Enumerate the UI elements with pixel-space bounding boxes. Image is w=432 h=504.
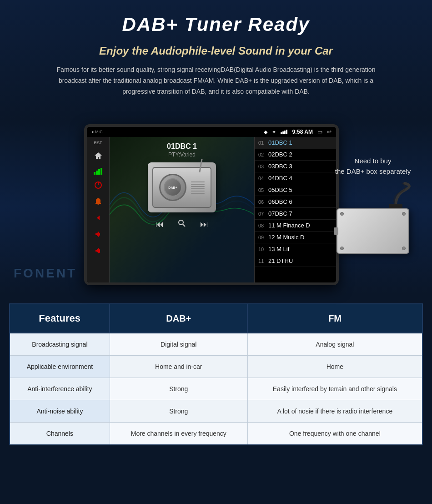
fm-cell: A lot of nosie if there is radio interfe…	[247, 400, 422, 423]
channel-name: 12 M Music D	[268, 234, 332, 241]
channel-item[interactable]: 0202DBC 2	[255, 149, 336, 161]
screw-br	[402, 247, 406, 250]
radio-speaker-inner: DAB+	[164, 178, 182, 197]
fm-cell: One frequency with one channel	[247, 423, 422, 445]
channel-number: 05	[258, 187, 268, 193]
channel-name: 01DBC 1	[268, 139, 332, 146]
mic-label: ● MIC	[91, 130, 102, 134]
tablet-frame: ● MIC ◆ ✦ 9:58 AM ▭ ↩	[84, 124, 339, 285]
channel-number: 02	[258, 152, 268, 157]
status-bar: ● MIC ◆ ✦ 9:58 AM ▭ ↩	[87, 127, 336, 137]
dab-cell: Strong	[110, 378, 247, 400]
signal-level	[94, 168, 102, 175]
status-left: ● MIC	[91, 130, 102, 134]
fm-cell: Easily interfered by terrain and other s…	[247, 378, 422, 400]
pty-label: PTY:Varied	[115, 151, 249, 158]
volume-down-icon[interactable]	[92, 228, 104, 240]
tablet-wrapper: ● MIC ◆ ✦ 9:58 AM ▭ ↩	[84, 124, 348, 285]
feature-cell: Applicable environment	[10, 356, 110, 378]
screw-tr	[402, 212, 406, 216]
device-section: ● MIC ◆ ✦ 9:58 AM ▭ ↩	[0, 120, 432, 294]
dab-box-label: Need to buy the DAB+ box separately	[332, 156, 414, 176]
time-display: 9:58 AM	[292, 129, 313, 135]
signal-bar-1	[281, 132, 282, 134]
channel-item[interactable]: 0606DBC 6	[255, 196, 336, 208]
channel-item[interactable]: 0811 M Finance D	[255, 220, 336, 232]
channel-item[interactable]: 0101DBC 1	[255, 137, 336, 149]
description: Famous for its better sound quality, str…	[52, 65, 380, 97]
feature-cell: Channels	[10, 423, 110, 445]
radio-speaker: DAB+	[159, 174, 186, 201]
sig-bar-4	[100, 168, 102, 175]
channel-name: 13 M Lif	[268, 246, 332, 252]
feature-cell: Broadcasting signal	[10, 333, 110, 356]
comparison-table: Features DAB+ FM Broadcasting signalDigi…	[9, 303, 423, 445]
channel-name: 04DBC 4	[268, 175, 332, 181]
tablet-screen: ● MIC ◆ ✦ 9:58 AM ▭ ↩	[87, 127, 336, 282]
channel-name: 11 M Finance D	[268, 222, 332, 229]
channel-item[interactable]: 0303DBC 3	[255, 161, 336, 172]
channel-item[interactable]: 0404DBC 4	[255, 172, 336, 184]
battery-icon: ▭	[317, 129, 322, 135]
screw-bl	[340, 247, 344, 250]
channel-list: 0101DBC 10202DBC 20303DBC 30404DBC 40505…	[254, 137, 336, 282]
channel-name: 07DBC 7	[268, 210, 332, 217]
table-row: Applicable environmentHome and in-carHom…	[10, 356, 422, 378]
back-arrow-icon[interactable]	[92, 212, 104, 224]
table-header: Features DAB+ FM	[10, 304, 422, 333]
dab-main: 01DBC 1 PTY:Varied	[110, 137, 254, 282]
fm-cell: Home	[247, 356, 422, 378]
home-icon[interactable]	[92, 150, 104, 161]
channel-item[interactable]: 0912 M Music D	[255, 232, 336, 243]
table-section: Features DAB+ FM Broadcasting signalDigi…	[0, 294, 432, 445]
channel-item[interactable]: 1121 DTHU	[255, 255, 336, 267]
table-body: Broadcasting signalDigital signalAnalog …	[10, 333, 422, 445]
search-button[interactable]	[177, 219, 186, 230]
controls-bar: ⏮ ⏭	[156, 219, 208, 230]
sig-bar-1	[94, 172, 95, 175]
header-section: DAB+ Tuner Ready Enjoy the Audiophile-le…	[0, 0, 432, 120]
channel-number: 07	[258, 211, 268, 217]
dab-cable-svg	[332, 181, 414, 208]
col-features: Features	[10, 304, 110, 333]
svg-rect-4	[389, 204, 402, 208]
table-row: Anti-interference abilityStrongEasily in…	[10, 378, 422, 400]
dab-cell: More channels in every frequency	[110, 423, 247, 445]
location-icon: ◆	[264, 129, 267, 135]
dab-box-section: Need to buy the DAB+ box separately	[332, 156, 414, 254]
bell-icon[interactable]	[92, 196, 104, 207]
channel-name: 05DBC 5	[268, 186, 332, 193]
radio-body: DAB+	[152, 167, 211, 208]
channel-item[interactable]: 1013 M Lif	[255, 243, 336, 255]
sig-bar-3	[98, 169, 100, 175]
channel-number: 11	[258, 258, 268, 264]
svg-point-2	[179, 220, 183, 225]
channel-name: 06DBC 6	[268, 198, 332, 205]
signal-bars	[281, 130, 287, 134]
next-button[interactable]: ⏭	[200, 220, 208, 229]
channel-number: 08	[258, 223, 268, 228]
radio-device-image: DAB+	[148, 162, 216, 212]
col-dab: DAB+	[110, 304, 247, 333]
channel-item[interactable]: 0707DBC 7	[255, 208, 336, 220]
volume-up-icon[interactable]	[92, 245, 104, 257]
signal-bar-3	[284, 131, 286, 134]
channel-name: 21 DTHU	[268, 257, 332, 264]
signal-bar-4	[286, 130, 287, 134]
main-title: DAB+ Tuner Ready	[27, 14, 405, 35]
screw-tl	[340, 212, 344, 216]
channel-number: 09	[258, 235, 268, 240]
back-icon: ↩	[327, 129, 332, 135]
signal-bar-2	[282, 131, 284, 134]
channel-item[interactable]: 0505DBC 5	[255, 184, 336, 196]
dab-content: RST	[87, 137, 336, 282]
bluetooth-icon: ✦	[272, 129, 276, 135]
prev-button[interactable]: ⏮	[156, 220, 164, 229]
power-icon[interactable]	[92, 179, 104, 191]
header-row: Features DAB+ FM	[10, 304, 422, 333]
channel-name: 03DBC 3	[268, 163, 332, 170]
feature-cell: Anti-noise ability	[10, 400, 110, 423]
fonent-watermark: FONENT	[14, 266, 77, 281]
sig-bar-2	[96, 171, 98, 175]
channel-number: 01	[258, 140, 268, 146]
